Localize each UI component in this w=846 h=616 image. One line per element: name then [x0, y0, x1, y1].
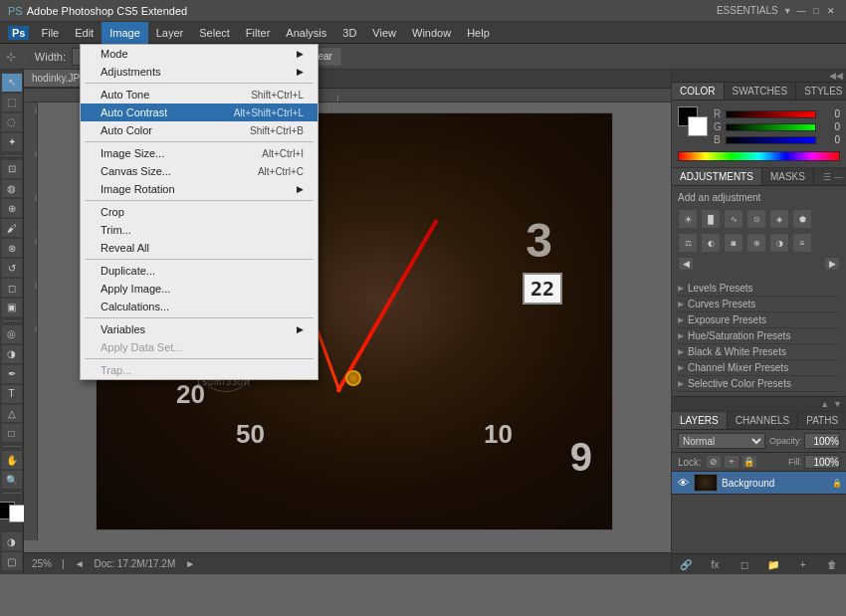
menu-duplicate[interactable]: Duplicate...	[81, 262, 317, 280]
tab-adjustments[interactable]: ADJUSTMENTS	[672, 168, 762, 185]
dodge-tool[interactable]: ◑	[2, 345, 22, 363]
blending-mode-select[interactable]: Normal	[678, 433, 765, 449]
hand-tool[interactable]: ✋	[2, 451, 22, 469]
menu-reveal-all[interactable]: Reveal All	[81, 239, 317, 257]
presets-scroll-down[interactable]: ▼	[833, 399, 842, 409]
tab-color[interactable]: COLOR	[672, 83, 725, 100]
layer-background[interactable]: 👁 Background 🔒	[672, 472, 846, 495]
move-tool[interactable]: ↖	[2, 74, 22, 92]
menu-item-window[interactable]: Window	[404, 22, 459, 44]
hue-adj-icon[interactable]: ⬟	[792, 209, 812, 229]
add-style-button[interactable]: fx	[707, 557, 723, 571]
menu-auto-color[interactable]: Auto Color Shift+Ctrl+B	[81, 121, 317, 139]
status-arrows-right[interactable]: ►	[185, 558, 195, 569]
menu-item-3d[interactable]: 3D	[334, 22, 364, 44]
marquee-tool[interactable]: ⬚	[2, 94, 22, 111]
menu-trap[interactable]: Trap...	[81, 361, 317, 379]
invert-adj-icon[interactable]: ◑	[769, 233, 789, 253]
layer-visibility-icon[interactable]: 👁	[676, 476, 690, 490]
adj-panel-menu-icon[interactable]: ☰	[823, 172, 831, 182]
menu-item-help[interactable]: Help	[459, 22, 498, 44]
menu-item-layer[interactable]: Layer	[148, 22, 192, 44]
menu-item-edit[interactable]: Edit	[67, 22, 102, 44]
adj-scroll-right[interactable]: ▶	[824, 257, 840, 271]
preset-levels[interactable]: ▶ Levels Presets	[678, 281, 840, 297]
minimize-button[interactable]: —	[794, 6, 809, 16]
adj-scroll-left[interactable]: ◀	[678, 257, 694, 271]
green-slider[interactable]	[726, 123, 816, 131]
menu-apply-image[interactable]: Apply Image...	[81, 280, 317, 298]
photofilter-adj-icon[interactable]: ◙	[724, 233, 743, 253]
lock-pixels-button[interactable]: ⊘	[706, 455, 722, 469]
type-tool[interactable]: T	[2, 385, 22, 403]
menu-canvas-size[interactable]: Canvas Size... Alt+Ctrl+C	[81, 162, 317, 180]
vibrance-adj-icon[interactable]: ◈	[769, 209, 789, 229]
menu-variables[interactable]: Variables ▶	[81, 320, 317, 338]
channelmixer-adj-icon[interactable]: ⊕	[746, 233, 766, 253]
menu-item-filter[interactable]: Filter	[238, 22, 278, 44]
new-layer-button[interactable]: +	[795, 557, 811, 571]
preset-selectivecolor[interactable]: ▶ Selective Color Presets	[678, 376, 840, 392]
tab-layers[interactable]: LAYERS	[672, 412, 728, 429]
preset-hue[interactable]: ▶ Hue/Saturation Presets	[678, 328, 840, 344]
menu-item-view[interactable]: View	[364, 22, 404, 44]
menu-apply-data-set[interactable]: Apply Data Set...	[81, 338, 317, 356]
history-tool[interactable]: ↺	[2, 259, 22, 277]
menu-item-select[interactable]: Select	[191, 22, 238, 44]
tab-swatches[interactable]: SWATCHES	[725, 83, 797, 100]
preset-exposure[interactable]: ▶ Exposure Presets	[678, 312, 840, 328]
blue-slider[interactable]	[726, 136, 816, 144]
eraser-tool[interactable]: ◻	[2, 279, 22, 297]
menu-image-size[interactable]: Image Size... Alt+Ctrl+I	[81, 144, 317, 162]
screen-mode-button[interactable]: ▢	[2, 552, 22, 570]
pen-tool[interactable]: ✒	[2, 365, 22, 383]
red-slider[interactable]	[726, 110, 816, 118]
fg-bg-colors[interactable]	[0, 502, 27, 522]
close-button[interactable]: ✕	[824, 6, 838, 16]
menu-item-analysis[interactable]: Analysis	[278, 22, 334, 44]
clone-tool[interactable]: ⊗	[2, 239, 22, 257]
preset-curves[interactable]: ▶ Curves Presets	[678, 297, 840, 312]
menu-item-image[interactable]: Image	[102, 22, 148, 44]
preset-bw[interactable]: ▶ Black & White Presets	[678, 344, 840, 360]
heal-tool[interactable]: ⊕	[2, 199, 22, 217]
tab-styles[interactable]: STYLES	[796, 83, 846, 100]
gradient-tool[interactable]: ▣	[2, 299, 22, 316]
tab-channels[interactable]: CHANNELS	[728, 412, 798, 429]
crop-tool[interactable]: ⊡	[2, 160, 22, 178]
posterize-adj-icon[interactable]: ≡	[792, 233, 812, 253]
menu-adjustments[interactable]: Adjustments ▶	[81, 63, 317, 81]
blur-tool[interactable]: ◎	[2, 325, 22, 343]
menu-calculations[interactable]: Calculations...	[81, 298, 317, 315]
zoom-tool[interactable]: 🔍	[2, 471, 22, 489]
menu-auto-contrast[interactable]: Auto Contrast Alt+Shift+Ctrl+L	[81, 103, 317, 121]
fill-input[interactable]	[804, 455, 840, 469]
brightness-adj-icon[interactable]: ☀	[678, 209, 698, 229]
brush-tool[interactable]: 🖌	[2, 219, 22, 237]
menu-auto-tone[interactable]: Auto Tone Shift+Ctrl+L	[81, 86, 317, 103]
lock-all-button[interactable]: 🔒	[741, 455, 757, 469]
new-group-button[interactable]: 📁	[765, 557, 781, 571]
colorbalance-adj-icon[interactable]: ⚖	[678, 233, 698, 253]
bw-adj-icon[interactable]: ◐	[701, 233, 721, 253]
tab-masks[interactable]: MASKS	[762, 168, 814, 185]
menu-item-file[interactable]: File	[33, 22, 67, 44]
lock-position-button[interactable]: +	[724, 455, 740, 469]
panel-collapse-button[interactable]: ◀◀	[829, 71, 843, 81]
wand-tool[interactable]: ✦	[2, 133, 22, 151]
tab-paths[interactable]: PATHS	[798, 412, 846, 429]
adj-panel-minimize-icon[interactable]: —	[834, 172, 843, 182]
add-mask-button[interactable]: ◻	[737, 557, 752, 571]
shape-tool[interactable]: □	[2, 424, 22, 442]
quick-mask-button[interactable]: ◑	[2, 532, 22, 550]
menu-image-rotation[interactable]: Image Rotation ▶	[81, 180, 317, 198]
opacity-input[interactable]	[804, 433, 840, 449]
eyedrop-tool[interactable]: ◍	[2, 180, 22, 198]
menu-item-ps[interactable]: Ps	[4, 22, 33, 44]
link-layers-button[interactable]: 🔗	[678, 557, 694, 571]
menu-crop[interactable]: Crop	[81, 203, 317, 221]
path-tool[interactable]: △	[2, 405, 22, 423]
preset-channelmixer[interactable]: ▶ Channel Mixer Presets	[678, 360, 840, 376]
presets-scroll-up[interactable]: ▲	[820, 399, 829, 409]
menu-trim[interactable]: Trim...	[81, 221, 317, 239]
